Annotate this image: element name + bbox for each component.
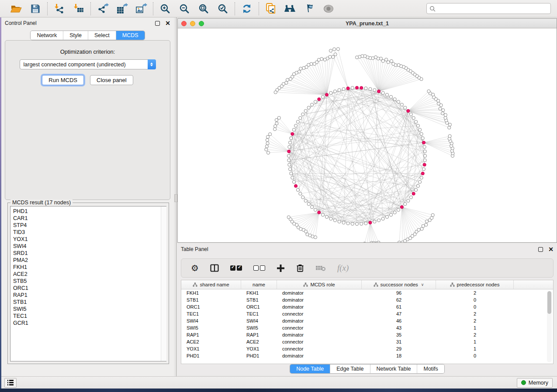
network-node[interactable] [304, 230, 308, 233]
network-node[interactable] [277, 116, 280, 119]
table-scrollbar[interactable] [547, 291, 552, 362]
network-node[interactable] [301, 113, 304, 116]
network-node[interactable] [314, 236, 317, 239]
network-node[interactable] [419, 128, 422, 131]
close-panel-icon[interactable]: ✕ [548, 247, 554, 252]
network-node[interactable] [416, 184, 419, 187]
tab-network[interactable]: Network [31, 31, 63, 40]
import-table-icon[interactable] [72, 2, 85, 15]
zoom-in-icon[interactable] [159, 2, 172, 15]
network-node[interactable] [311, 103, 314, 106]
network-node[interactable] [390, 59, 393, 62]
network-node[interactable] [423, 145, 426, 148]
network-node[interactable] [409, 196, 412, 199]
network-node[interactable] [265, 145, 268, 148]
mcds-result-item[interactable]: STP4 [13, 222, 166, 229]
network-node[interactable] [373, 220, 376, 223]
column-header-successor-nodes[interactable]: successor nodes∨ [362, 280, 436, 289]
network-node[interactable] [304, 199, 307, 202]
network-node[interactable] [385, 93, 388, 96]
mcds-node[interactable] [412, 192, 415, 195]
network-node[interactable] [289, 77, 292, 80]
network-node[interactable] [287, 159, 291, 162]
show-columns-icon[interactable] [210, 264, 219, 272]
network-node[interactable] [431, 213, 434, 217]
network-node[interactable] [333, 219, 336, 222]
mcds-node[interactable] [421, 172, 424, 175]
memory-button[interactable]: Memory [517, 378, 553, 388]
network-node[interactable] [397, 100, 400, 103]
network-node[interactable] [409, 113, 412, 116]
network-node[interactable] [323, 58, 326, 61]
network-node[interactable] [400, 103, 403, 106]
network-node[interactable] [294, 124, 298, 127]
column-header-name[interactable]: name [241, 280, 277, 289]
network-node[interactable] [374, 56, 377, 59]
network-node[interactable] [266, 138, 269, 141]
network-node[interactable] [288, 163, 291, 166]
mcds-result-item[interactable]: ORC1 [13, 285, 166, 292]
zoom-selected-icon[interactable] [216, 2, 229, 15]
mcds-node[interactable] [294, 184, 298, 187]
network-node[interactable] [265, 148, 268, 151]
optimization-criterion-select[interactable]: largest connected component (undirected) [20, 59, 156, 69]
network-node[interactable] [333, 48, 336, 51]
network-node[interactable] [397, 208, 400, 211]
first-neighbors-icon[interactable] [284, 2, 297, 15]
network-node[interactable] [288, 141, 291, 144]
network-node[interactable] [351, 86, 354, 89]
panel-menu-button[interactable] [4, 378, 17, 388]
mcds-result-item[interactable]: CAR1 [13, 215, 166, 222]
tab-motifs[interactable]: Motifs [417, 364, 444, 373]
tab-select[interactable]: Select [88, 31, 116, 40]
float-panel-icon[interactable] [538, 247, 543, 252]
network-node[interactable] [377, 219, 381, 222]
table-row[interactable]: FKH1FKH1dominator962 [181, 289, 553, 296]
mcds-result-item[interactable]: PMA2 [13, 257, 166, 264]
table-scrollbar-thumb[interactable] [547, 291, 551, 314]
select-all-checkboxes-icon[interactable] [230, 265, 242, 271]
mcds-result-item[interactable]: RAP1 [13, 292, 166, 299]
network-node[interactable] [441, 112, 444, 115]
network-node[interactable] [274, 91, 277, 94]
network-node[interactable] [385, 58, 388, 61]
network-node[interactable] [325, 215, 328, 218]
table-row[interactable]: ORC1ORC1dominator610 [181, 303, 553, 310]
network-node[interactable] [448, 123, 451, 126]
table-row[interactable]: PHD1PHD1dominator180 [181, 352, 553, 359]
network-node[interactable] [423, 159, 426, 162]
mcds-node[interactable] [422, 141, 425, 144]
mcds-node[interactable] [325, 93, 328, 96]
network-node[interactable] [332, 55, 335, 58]
mcds-result-item[interactable]: FKH1 [13, 264, 166, 271]
column-header-shared-name[interactable]: shared name [181, 280, 241, 289]
splitter-handle-icon[interactable] [174, 194, 177, 202]
network-node[interactable] [355, 222, 358, 225]
mcds-node[interactable] [287, 150, 291, 153]
network-node[interactable] [397, 63, 400, 66]
mcds-node[interactable] [400, 206, 403, 209]
save-session-icon[interactable] [29, 2, 42, 15]
hide-selection-flag-icon[interactable] [303, 2, 316, 15]
network-node[interactable] [393, 211, 396, 214]
mcds-node[interactable] [346, 87, 349, 90]
search-box[interactable] [426, 3, 551, 14]
network-node[interactable] [307, 203, 310, 206]
mcds-result-item[interactable]: SWI5 [13, 306, 166, 313]
network-node[interactable] [292, 180, 295, 183]
network-node[interactable] [364, 222, 367, 225]
network-node[interactable] [444, 113, 447, 117]
network-node[interactable] [346, 222, 349, 225]
table-row[interactable]: STB1STB1dominator620 [181, 296, 553, 303]
network-node[interactable] [398, 241, 401, 242]
network-node[interactable] [404, 106, 407, 109]
mcds-result-item[interactable]: STB1 [13, 299, 166, 306]
mcds-node[interactable] [360, 86, 363, 89]
network-node[interactable] [448, 134, 451, 138]
mcds-node[interactable] [355, 86, 358, 89]
network-node[interactable] [364, 87, 367, 90]
network-node[interactable] [299, 67, 302, 70]
network-node[interactable] [290, 137, 293, 140]
network-node[interactable] [333, 90, 336, 93]
mcds-node[interactable] [377, 90, 381, 93]
